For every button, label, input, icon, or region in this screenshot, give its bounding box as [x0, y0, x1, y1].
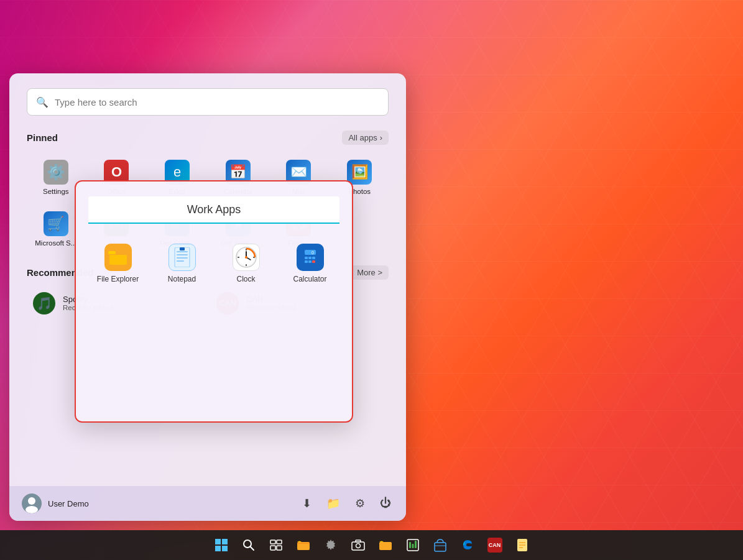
search-input[interactable]	[55, 97, 379, 108]
user-info[interactable]: User Demo	[22, 493, 89, 513]
taskbar-explorer2-icon[interactable]	[373, 533, 398, 558]
explorer-folder-icon	[104, 244, 132, 271]
all-apps-label: All apps	[348, 133, 377, 142]
spotify-icon: 🎵	[33, 292, 55, 314]
svg-rect-29	[308, 260, 312, 263]
taskbar-store-icon[interactable]	[428, 533, 453, 558]
taskbar-taskmanager-icon[interactable]	[400, 533, 425, 558]
svg-point-35	[244, 540, 251, 548]
all-apps-button[interactable]: All apps ›	[342, 131, 389, 145]
folder-name-input[interactable]	[88, 196, 339, 224]
settings-label: Settings	[43, 188, 69, 196]
power-icon[interactable]: ⏻	[377, 494, 394, 513]
svg-rect-30	[312, 260, 315, 263]
svg-rect-25	[305, 257, 308, 259]
folder-app-clock[interactable]: Clock	[216, 239, 275, 288]
settings-icon: ⚙️	[44, 160, 68, 185]
photos-icon: 🖼️	[347, 160, 372, 185]
user-name: User Demo	[48, 499, 89, 508]
desktop: 🔍 Pinned All apps › ⚙️ Settings O Office…	[0, 0, 743, 560]
svg-point-21	[245, 256, 247, 259]
clock-label: Clock	[236, 275, 255, 283]
pinned-section-header: Pinned All apps ›	[27, 131, 389, 145]
taskbar-camera-icon[interactable]	[346, 533, 371, 558]
svg-rect-51	[435, 543, 446, 551]
svg-rect-9	[177, 254, 188, 255]
svg-point-1	[28, 497, 35, 505]
svg-rect-27	[312, 257, 315, 259]
svg-rect-48	[409, 542, 411, 548]
user-avatar	[22, 493, 42, 513]
notepad-folder-icon	[168, 244, 196, 271]
svg-rect-5	[108, 251, 116, 254]
taskbar-search-icon[interactable]	[236, 533, 261, 558]
more-label: More >	[357, 268, 382, 277]
notepad-label: Notepad	[168, 275, 196, 283]
store-label: Microsoft S...	[35, 239, 76, 248]
svg-rect-46	[379, 542, 392, 550]
svg-rect-28	[305, 260, 308, 263]
search-icon: 🔍	[36, 96, 48, 108]
bottom-action-icons: ⬇ 📁 ⚙ ⏻	[300, 494, 394, 513]
all-apps-chevron-icon: ›	[380, 133, 382, 142]
taskbar-settings-icon[interactable]	[318, 533, 343, 558]
start-button[interactable]	[209, 533, 234, 558]
svg-rect-8	[177, 251, 188, 252]
svg-rect-23	[305, 250, 316, 255]
pinned-title: Pinned	[27, 132, 58, 143]
taskbar-files-icon[interactable]	[291, 533, 316, 558]
svg-point-44	[356, 544, 360, 548]
svg-point-2	[25, 506, 38, 513]
svg-rect-31	[215, 539, 221, 544]
more-button[interactable]: More >	[351, 265, 389, 280]
clock-folder-icon	[233, 244, 260, 271]
folder-app-notepad[interactable]: Notepad	[152, 239, 211, 288]
explorer-label: File Explorer	[97, 275, 139, 283]
svg-text:0: 0	[312, 250, 314, 255]
svg-rect-45	[356, 540, 361, 542]
taskbar: CAN	[0, 530, 743, 560]
taskbar-notes-icon[interactable]	[510, 533, 535, 558]
download-icon[interactable]: ⬇	[300, 494, 314, 513]
taskbar-edge-icon[interactable]	[455, 533, 480, 558]
svg-rect-11	[177, 260, 184, 262]
folder-apps-grid: File Explorer Notepad	[88, 239, 339, 288]
taskbar-taskview-icon[interactable]	[264, 533, 288, 558]
svg-rect-38	[277, 540, 282, 544]
svg-rect-50	[415, 541, 417, 548]
svg-rect-32	[222, 539, 228, 544]
svg-rect-12	[180, 247, 185, 250]
svg-rect-49	[412, 544, 413, 548]
svg-rect-40	[277, 546, 282, 550]
calculator-label: Calculator	[293, 275, 326, 283]
svg-line-36	[251, 547, 254, 550]
search-bar[interactable]: 🔍	[27, 88, 389, 116]
svg-rect-6	[109, 255, 127, 265]
folder-app-explorer[interactable]: File Explorer	[88, 239, 147, 288]
settings-bottom-icon[interactable]: ⚙	[353, 494, 367, 513]
svg-rect-10	[177, 257, 188, 259]
svg-rect-34	[222, 546, 228, 551]
svg-rect-26	[308, 257, 312, 259]
store-icon: 🛒	[44, 211, 68, 236]
start-bottom-bar: User Demo ⬇ 📁 ⚙ ⏻	[9, 486, 406, 521]
calculator-folder-icon: 0	[297, 244, 324, 271]
taskbar-can-icon[interactable]: CAN	[482, 533, 507, 558]
folder-dialog: File Explorer Notepad	[75, 180, 353, 423]
svg-rect-33	[215, 546, 221, 551]
svg-rect-37	[270, 540, 275, 544]
folder-app-calculator[interactable]: 0 Calculator	[280, 239, 339, 288]
svg-rect-39	[270, 546, 275, 550]
file-explorer-icon[interactable]: 📁	[324, 494, 343, 513]
